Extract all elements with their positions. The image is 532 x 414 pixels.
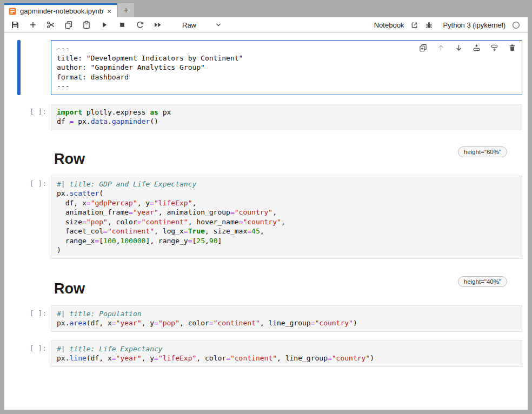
paste-button[interactable]: [81, 19, 92, 30]
cell-prompt: [ ]:: [21, 176, 51, 259]
tab-title: gapminder-notebook.ipynb: [20, 7, 103, 15]
new-tab-button[interactable]: +: [118, 3, 134, 17]
insert-above-button[interactable]: [472, 43, 481, 52]
move-down-button[interactable]: [454, 43, 463, 52]
code-cell-editor[interactable]: #| title: GDP and Life Expectancypx.scat…: [51, 176, 522, 259]
copy-button[interactable]: [63, 19, 74, 30]
paste-icon: [82, 21, 91, 29]
stop-icon: [118, 21, 127, 29]
cell-code-import[interactable]: [ ]: import plotly.express as pxdf = px.…: [17, 104, 522, 130]
restart-run-all-button[interactable]: [152, 19, 163, 30]
restart-icon: [136, 21, 144, 29]
cell-prompt: [ ]:: [21, 305, 51, 332]
toolbar-right: Notebook Python 3 (ipykernel): [374, 21, 520, 29]
cut-button[interactable]: [45, 19, 56, 30]
cut-icon: [46, 21, 55, 29]
insert-below-icon: [490, 44, 498, 52]
chevron-down-icon: [215, 21, 222, 29]
code-cell-editor[interactable]: #| title: Populationpx.area(df, x="year"…: [51, 305, 522, 332]
cell-prompt: [ ]:: [21, 104, 51, 130]
notebook-file-icon: [9, 8, 16, 15]
cell-type-dropdown[interactable]: Raw: [179, 20, 225, 30]
insert-cell-button[interactable]: [28, 19, 38, 30]
tab-close-icon[interactable]: ×: [107, 8, 111, 15]
move-up-icon: [437, 44, 445, 52]
notebook-panel: Raw Notebook Python 3 (ipykernel): [4, 17, 528, 410]
notebook-content: ---title: "Development Indicators by Con…: [4, 33, 528, 410]
run-all-icon: [154, 21, 162, 29]
run-icon: [100, 21, 109, 29]
duplicate-cell-button[interactable]: [418, 43, 427, 52]
height-badge: height="60%": [458, 146, 507, 157]
restart-kernel-button[interactable]: [135, 19, 145, 30]
code-cell-source: import plotly.express as pxdf = px.data.…: [57, 108, 516, 126]
save-icon: [11, 21, 19, 29]
section-heading: Row: [54, 151, 85, 167]
kernel-name-label[interactable]: Python 3 (ipykernel): [443, 21, 506, 29]
move-up-button[interactable]: [436, 43, 445, 52]
run-button[interactable]: [99, 19, 110, 30]
duplicate-cell-icon: [419, 44, 427, 52]
cell-prompt: [ ]:: [21, 340, 51, 367]
kernel-status-circle-icon: [512, 21, 520, 29]
section-row-2: Row height="40%": [54, 281, 507, 297]
jupyterlab-window: gapminder-notebook.ipynb × +: [4, 3, 528, 410]
code-cell-editor[interactable]: #| title: Life Expectancypx.line(df, x="…: [51, 340, 522, 367]
delete-icon: [508, 44, 516, 52]
notebook-mode-label: Notebook: [374, 21, 404, 29]
code-cell-source: #| title: GDP and Life Expectancypx.scat…: [57, 179, 516, 255]
code-cell-source: #| title: Populationpx.area(df, x="year"…: [57, 309, 516, 328]
cell-code-area[interactable]: [ ]: #| title: Populationpx.area(df, x="…: [17, 305, 522, 332]
code-cell-source: #| title: Life Expectancypx.line(df, x="…: [57, 344, 516, 363]
code-cell-editor[interactable]: import plotly.express as pxdf = px.data.…: [51, 104, 522, 130]
move-down-icon: [455, 44, 463, 52]
section-heading: Row: [54, 281, 85, 297]
save-button[interactable]: [10, 19, 21, 30]
cell-raw-frontmatter[interactable]: ---title: "Development Indicators by Con…: [17, 40, 522, 95]
notebook-toolbar: Raw Notebook Python 3 (ipykernel): [4, 17, 528, 33]
cell-code-scatter[interactable]: [ ]: #| title: GDP and Life Expectancypx…: [17, 176, 522, 259]
tab-gapminder-notebook[interactable]: gapminder-notebook.ipynb ×: [4, 3, 117, 17]
section-row-1: Row height="60%": [54, 151, 507, 167]
cell-code-line[interactable]: [ ]: #| title: Life Expectancypx.line(df…: [17, 340, 522, 367]
bug-icon[interactable]: [425, 21, 433, 29]
interrupt-kernel-button[interactable]: [117, 19, 128, 30]
cell-type-value: Raw: [182, 21, 196, 29]
external-link-icon[interactable]: [410, 21, 418, 29]
tab-bar: gapminder-notebook.ipynb × +: [4, 3, 528, 17]
raw-cell-editor[interactable]: ---title: "Development Indicators by Con…: [51, 40, 522, 95]
cell-toolbar: [418, 43, 516, 52]
insert-below-button[interactable]: [490, 43, 498, 52]
cell-prompt: [21, 40, 51, 95]
delete-cell-button[interactable]: [508, 43, 516, 52]
insert-cell-icon: [29, 21, 37, 29]
insert-above-icon: [473, 44, 481, 52]
plus-icon: +: [123, 5, 128, 15]
copy-icon: [64, 21, 73, 29]
height-badge: height="40%": [458, 276, 507, 287]
